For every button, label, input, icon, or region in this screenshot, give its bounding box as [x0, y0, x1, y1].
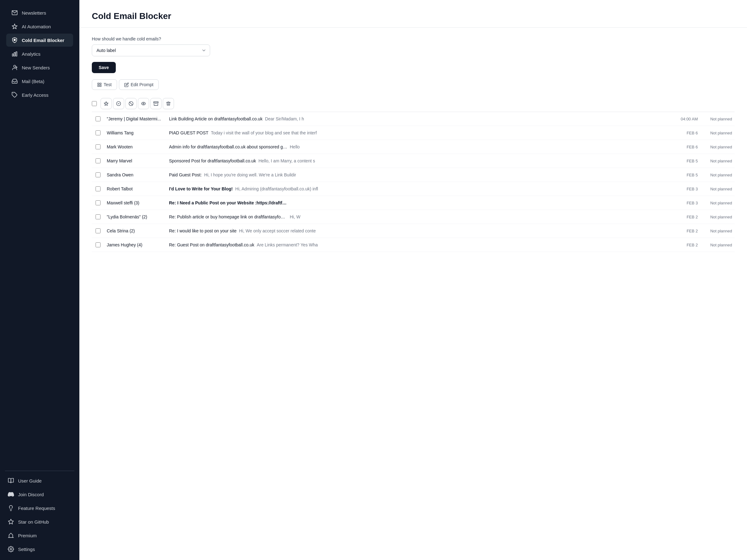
svg-rect-2: [12, 54, 14, 56]
row-checkbox[interactable]: [96, 214, 101, 219]
sidebar-item-settings[interactable]: Settings: [2, 542, 77, 556]
sender-name: Cela Strina (2): [104, 224, 166, 238]
email-date: FEB 3: [672, 196, 700, 210]
svg-point-1: [14, 39, 16, 41]
sidebar-item-user-guide[interactable]: User Guide: [2, 474, 77, 487]
email-row[interactable]: Sandra Owen Paid Guest Post: Hi, I hope …: [92, 168, 735, 182]
email-subject: Admin info for draftfantasyfootball.co.u…: [169, 144, 287, 149]
email-row[interactable]: "Jeremy | Digital Mastermi... Link Build…: [92, 112, 735, 126]
handle-select[interactable]: Auto label Archive Delete Mark as read: [92, 45, 210, 56]
email-status: Not planned: [700, 154, 735, 168]
main-content: Cold Email Blocker How should we handle …: [79, 0, 747, 560]
toolbar-ai-button[interactable]: [101, 98, 112, 109]
email-status: Not planned: [700, 182, 735, 196]
row-checkbox[interactable]: [96, 201, 101, 205]
sidebar-item-newsletters[interactable]: Newsletters: [6, 6, 73, 19]
email-subject: Re: I would like to post on your site: [169, 229, 236, 233]
email-content: Re: Publish article or buy homepage link…: [166, 210, 672, 224]
sidebar-item-join-discord[interactable]: Join Discord: [2, 488, 77, 501]
sidebar-label-premium: Premium: [18, 533, 37, 538]
email-date: FEB 2: [672, 238, 700, 252]
row-checkbox[interactable]: [96, 116, 101, 121]
lightbulb-icon: [7, 505, 14, 511]
email-date: FEB 2: [672, 224, 700, 238]
sidebar-item-early-access[interactable]: Early Access: [6, 88, 73, 101]
email-content: Re: I Need a Public Post on your Website…: [166, 196, 672, 210]
svg-point-12: [10, 549, 12, 550]
email-preview: Hi, W: [290, 214, 300, 219]
sidebar-label-analytics: Analytics: [22, 51, 41, 57]
email-content: Re: Guest Post on draftfantasyfootball.c…: [166, 238, 672, 252]
sender-name: Mark Wooten: [104, 140, 166, 154]
sidebar-item-cold-email-blocker[interactable]: Cold Email Blocker: [6, 34, 73, 47]
email-row[interactable]: James Hughey (4) Re: Guest Post on draft…: [92, 238, 735, 252]
sidebar-item-mail-beta[interactable]: Mail (Beta): [6, 75, 73, 88]
email-row[interactable]: Mark Wooten Admin info for draftfantasyf…: [92, 140, 735, 154]
email-date: FEB 2: [672, 210, 700, 224]
sender-name: Sandra Owen: [104, 168, 166, 182]
email-content: PIAD GUEST POST Today i visit the wall o…: [166, 126, 672, 140]
email-content: I'd Love to Write for Your Blog! Hi, Adm…: [166, 182, 672, 196]
row-checkbox[interactable]: [96, 172, 101, 177]
shield-icon: [11, 37, 18, 44]
email-preview: Hi, I hope you're doing well. We're a Li…: [204, 172, 296, 177]
email-date: 04:00 AM: [672, 112, 700, 126]
page-title: Cold Email Blocker: [92, 11, 735, 21]
email-row[interactable]: Maxwell steffi (3) Re: I Need a Public P…: [92, 196, 735, 210]
sparkle-icon: [11, 23, 18, 30]
sidebar-item-premium[interactable]: Premium: [2, 529, 77, 542]
toolbar-delete-button[interactable]: [163, 98, 174, 109]
sender-name: James Hughey (4): [104, 238, 166, 252]
svg-rect-21: [154, 102, 158, 103]
email-subject: Paid Guest Post:: [169, 172, 202, 177]
email-status: Not planned: [700, 210, 735, 224]
svg-rect-15: [98, 85, 99, 86]
email-row[interactable]: Marry Marvel Sponsored Post for draftfan…: [92, 154, 735, 168]
svg-line-19: [129, 102, 132, 105]
email-row[interactable]: Williams Tang PIAD GUEST POST Today i vi…: [92, 126, 735, 140]
row-checkbox[interactable]: [96, 229, 101, 233]
email-row[interactable]: Robert Talbot I'd Love to Write for Your…: [92, 182, 735, 196]
email-row[interactable]: Cela Strina (2) Re: I would like to post…: [92, 224, 735, 238]
bar-chart-icon: [11, 50, 18, 57]
svg-rect-14: [100, 83, 101, 84]
email-status: Not planned: [700, 168, 735, 182]
row-checkbox[interactable]: [96, 144, 101, 149]
svg-point-5: [14, 65, 16, 68]
sidebar-label-settings: Settings: [18, 546, 35, 552]
row-checkbox[interactable]: [96, 242, 101, 247]
sidebar-item-ai-automation[interactable]: AI Automation: [6, 20, 73, 33]
email-content: Sponsored Post for draftfantasyfootball.…: [166, 154, 672, 168]
toolbar-check-button[interactable]: [113, 98, 124, 109]
save-button[interactable]: Save: [92, 62, 116, 73]
email-row[interactable]: "Lydia Bolmenäs" (2) Re: Publish article…: [92, 210, 735, 224]
sender-name: "Jeremy | Digital Mastermi...: [104, 112, 166, 126]
row-checkbox[interactable]: [96, 130, 101, 135]
email-preview: Hello: [290, 144, 300, 149]
row-checkbox[interactable]: [96, 158, 101, 163]
sidebar-item-star-github[interactable]: Star on GitHub: [2, 515, 77, 528]
tab-test[interactable]: Test: [92, 79, 117, 90]
row-checkbox[interactable]: [96, 186, 101, 191]
sender-name: Marry Marvel: [104, 154, 166, 168]
sidebar-item-analytics[interactable]: Analytics: [6, 47, 73, 60]
sender-name: Maxwell steffi (3): [104, 196, 166, 210]
email-status: Not planned: [700, 196, 735, 210]
email-preview: Hello, I am Marry, a content s: [258, 158, 315, 163]
email-list: "Jeremy | Digital Mastermi... Link Build…: [92, 112, 735, 252]
toolbar-block-button[interactable]: [125, 98, 137, 109]
select-all-checkbox[interactable]: [92, 101, 97, 106]
toolbar-archive-button[interactable]: [150, 98, 161, 109]
discord-icon: [7, 491, 14, 498]
tab-edit-prompt[interactable]: Edit Prompt: [119, 79, 159, 90]
sidebar-item-feature-requests[interactable]: Feature Requests: [2, 502, 77, 514]
row-checkbox-wrapper: [92, 126, 104, 140]
svg-rect-3: [14, 53, 15, 56]
toolbar-eye-button[interactable]: [138, 98, 149, 109]
email-preview: Hi, Admiring (draftfantasyfootball.co.uk…: [235, 186, 318, 191]
email-subject: Re: Publish article or buy homepage link…: [169, 214, 287, 219]
sidebar-item-new-senders[interactable]: New Senders: [6, 61, 73, 74]
pencil-icon: [124, 82, 129, 87]
form-question: How should we handle cold emails?: [92, 36, 735, 42]
email-subject: Link Building Article on draftfantasyfoo…: [169, 116, 262, 121]
